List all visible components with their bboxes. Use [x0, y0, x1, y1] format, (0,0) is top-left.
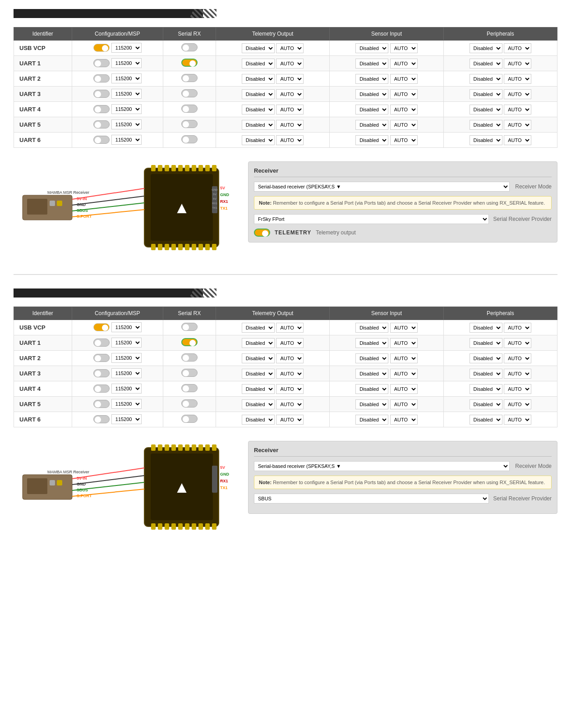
sensor-auto-select[interactable]: AUTO	[390, 399, 418, 409]
baud-select[interactable]: 115200	[111, 135, 142, 145]
baud-select[interactable]: 115200	[111, 73, 142, 83]
periph-auto-select[interactable]: AUTO	[504, 384, 531, 394]
serialrx-toggle[interactable]	[181, 353, 198, 362]
baud-select[interactable]: 115200	[111, 58, 142, 68]
sensor-auto-select[interactable]: AUTO	[390, 384, 418, 394]
sensor-select[interactable]: Disabled	[355, 135, 388, 145]
msp-toggle[interactable]	[93, 105, 110, 113]
telem-select[interactable]: Disabled	[242, 369, 275, 379]
sensor-auto-select[interactable]: AUTO	[390, 59, 418, 69]
periph-auto-select[interactable]: AUTO	[504, 120, 531, 130]
telem-select[interactable]: Disabled	[242, 89, 275, 99]
sensor-select[interactable]: Disabled	[355, 43, 388, 53]
sensor-select[interactable]: Disabled	[355, 338, 388, 348]
sensor-select[interactable]: Disabled	[355, 384, 388, 394]
telemetry-toggle-fport[interactable]	[254, 229, 270, 237]
telem-auto-select[interactable]: AUTO	[276, 59, 304, 69]
telem-auto-select[interactable]: AUTO	[276, 399, 304, 409]
sensor-select[interactable]: Disabled	[355, 59, 388, 69]
sensor-select[interactable]: Disabled	[355, 323, 388, 333]
baud-select[interactable]: 115200	[111, 338, 142, 348]
periph-select[interactable]: Disabled	[470, 323, 502, 333]
periph-auto-select[interactable]: AUTO	[504, 399, 531, 409]
telem-auto-select[interactable]: AUTO	[276, 353, 304, 363]
msp-toggle[interactable]	[93, 339, 110, 347]
periph-select[interactable]: Disabled	[470, 353, 502, 363]
telem-select[interactable]: Disabled	[242, 415, 275, 425]
msp-toggle[interactable]	[93, 323, 110, 331]
periph-select[interactable]: Disabled	[470, 120, 502, 130]
sensor-select[interactable]: Disabled	[355, 105, 388, 114]
baud-select[interactable]: 115200	[111, 384, 142, 394]
telem-auto-select[interactable]: AUTO	[276, 74, 304, 84]
telem-select[interactable]: Disabled	[242, 105, 275, 114]
baud-select[interactable]: 115200	[111, 322, 142, 332]
receiver-mode-select-fport[interactable]: Serial-based receiver (SPEKSAY,S ▼	[254, 182, 510, 192]
serialrx-toggle[interactable]	[181, 399, 198, 407]
receiver-mode-select-sbus[interactable]: Serial-based receiver (SPEKSAY,S ▼	[254, 461, 510, 471]
msp-toggle[interactable]	[93, 44, 110, 52]
sensor-select[interactable]: Disabled	[355, 353, 388, 363]
serialrx-toggle[interactable]	[181, 59, 198, 67]
msp-toggle[interactable]	[93, 369, 110, 377]
telem-select[interactable]: Disabled	[242, 135, 275, 145]
sensor-auto-select[interactable]: AUTO	[390, 338, 418, 348]
serialrx-toggle[interactable]	[181, 74, 198, 82]
telem-select[interactable]: Disabled	[242, 384, 275, 394]
baud-select[interactable]: 115200	[111, 368, 142, 378]
telem-select[interactable]: Disabled	[242, 120, 275, 130]
periph-auto-select[interactable]: AUTO	[504, 89, 531, 99]
serialrx-toggle[interactable]	[181, 89, 198, 97]
periph-auto-select[interactable]: AUTO	[504, 43, 531, 53]
periph-auto-select[interactable]: AUTO	[504, 323, 531, 333]
periph-auto-select[interactable]: AUTO	[504, 353, 531, 363]
sensor-auto-select[interactable]: AUTO	[390, 43, 418, 53]
msp-toggle[interactable]	[93, 400, 110, 408]
periph-select[interactable]: Disabled	[470, 105, 502, 114]
msp-toggle[interactable]	[93, 59, 110, 67]
sensor-auto-select[interactable]: AUTO	[390, 353, 418, 363]
sensor-select[interactable]: Disabled	[355, 120, 388, 130]
serialrx-toggle[interactable]	[181, 338, 198, 346]
serialrx-toggle[interactable]	[181, 415, 198, 423]
telem-select[interactable]: Disabled	[242, 399, 275, 409]
periph-select[interactable]: Disabled	[470, 43, 502, 53]
sensor-auto-select[interactable]: AUTO	[390, 89, 418, 99]
sensor-select[interactable]: Disabled	[355, 89, 388, 99]
periph-auto-select[interactable]: AUTO	[504, 105, 531, 114]
provider-select-fport[interactable]: FrSky FPort	[254, 214, 489, 224]
sensor-auto-select[interactable]: AUTO	[390, 105, 418, 114]
telem-auto-select[interactable]: AUTO	[276, 43, 304, 53]
periph-auto-select[interactable]: AUTO	[504, 338, 531, 348]
telem-auto-select[interactable]: AUTO	[276, 384, 304, 394]
telem-select[interactable]: Disabled	[242, 74, 275, 84]
provider-select-sbus[interactable]: SBUS	[254, 494, 489, 504]
periph-auto-select[interactable]: AUTO	[504, 415, 531, 425]
serialrx-toggle[interactable]	[181, 323, 198, 331]
msp-toggle[interactable]	[93, 354, 110, 362]
baud-select[interactable]: 115200	[111, 414, 142, 424]
periph-select[interactable]: Disabled	[470, 135, 502, 145]
msp-toggle[interactable]	[93, 74, 110, 82]
serialrx-toggle[interactable]	[181, 369, 198, 377]
telem-auto-select[interactable]: AUTO	[276, 105, 304, 114]
sensor-auto-select[interactable]: AUTO	[390, 369, 418, 379]
periph-auto-select[interactable]: AUTO	[504, 74, 531, 84]
periph-select[interactable]: Disabled	[470, 384, 502, 394]
periph-auto-select[interactable]: AUTO	[504, 135, 531, 145]
msp-toggle[interactable]	[93, 385, 110, 393]
serialrx-toggle[interactable]	[181, 135, 198, 143]
periph-select[interactable]: Disabled	[470, 415, 502, 425]
telem-auto-select[interactable]: AUTO	[276, 120, 304, 130]
sensor-auto-select[interactable]: AUTO	[390, 323, 418, 333]
baud-select[interactable]: 115200	[111, 119, 142, 129]
msp-toggle[interactable]	[93, 90, 110, 98]
sensor-auto-select[interactable]: AUTO	[390, 120, 418, 130]
serialrx-toggle[interactable]	[181, 384, 198, 392]
telem-auto-select[interactable]: AUTO	[276, 369, 304, 379]
baud-select[interactable]: 115200	[111, 89, 142, 99]
telem-select[interactable]: Disabled	[242, 338, 275, 348]
serialrx-toggle[interactable]	[181, 105, 198, 113]
sensor-select[interactable]: Disabled	[355, 399, 388, 409]
serialrx-toggle[interactable]	[181, 43, 198, 51]
